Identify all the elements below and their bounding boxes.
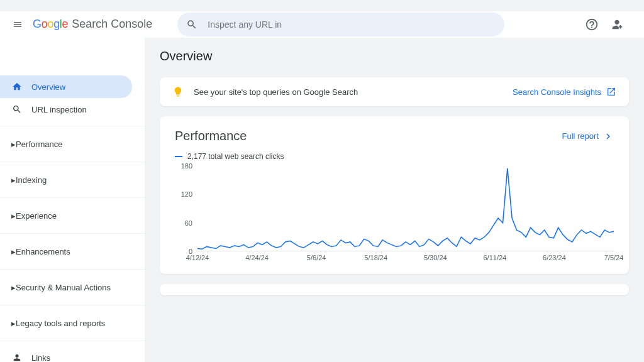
chart-legend: 2,177 total web search clicks [175,152,614,161]
x-tick: 5/6/24 [307,254,326,261]
x-tick: 5/18/24 [364,254,387,261]
sidebar-group-security[interactable]: ▸Security & Manual Actions [0,275,145,300]
chevron-right-icon: ▸ [11,211,16,221]
people-icon[interactable] [610,18,624,31]
legend-label: 2,177 total web search clicks [187,152,284,161]
sidebar-group-indexing[interactable]: ▸Indexing [0,167,145,192]
x-tick: 6/23/24 [543,254,566,261]
sidebar-item-url-inspection[interactable]: URL inspection [0,98,132,121]
chevron-right-icon: ▸ [11,140,16,149]
full-report-link[interactable]: Full report [562,131,614,142]
sidebar-group-label: Performance [16,140,62,149]
product-name: Search Console [72,18,152,31]
url-inspect-input[interactable] [208,19,496,30]
home-icon [11,81,23,92]
search-icon [11,104,23,115]
open-in-new-icon [606,87,616,97]
next-card-peek [160,284,629,295]
sidebar-item-label: Overview [31,82,65,92]
links-icon [11,352,23,362]
sidebar-item-label: Links [31,353,50,363]
x-tick: 6/11/24 [483,254,506,261]
sidebar-group-enhancements[interactable]: ▸Enhancements [0,239,145,264]
sidebar-item-label: URL inspection [31,105,87,114]
sidebar-group-label: Legacy tools and reports [16,319,105,328]
sidebar-group-label: Security & Manual Actions [16,283,111,292]
chevron-right-icon: ▸ [11,319,16,328]
sidebar-group-legacy[interactable]: ▸Legacy tools and reports [0,310,145,336]
sidebar-group-label: Indexing [16,175,47,185]
search-container [177,13,585,36]
chevron-right-icon [602,131,614,142]
sidebar-item-links[interactable]: Links [0,346,132,362]
sidebar-group-performance[interactable]: ▸Performance [0,131,145,156]
sidebar-group-label: Enhancements [16,247,70,256]
sidebar: Overview URL inspection ▸Performance ▸In… [0,38,145,362]
legend-swatch [175,156,182,157]
search-icon [186,19,197,30]
chart-area: 060120180 4/12/244/24/245/6/245/18/245/3… [177,166,614,266]
insights-link[interactable]: Search Console Insights [513,87,616,97]
x-tick: 4/12/24 [186,254,209,261]
chevron-right-icon: ▸ [11,247,16,256]
performance-header: Performance Full report [175,129,614,143]
help-icon[interactable] [585,18,599,31]
menu-icon[interactable] [10,17,25,32]
y-tick: 180 [181,162,192,170]
insights-card: See your site's top queries on Google Se… [160,77,629,106]
top-icons [585,18,624,31]
x-tick: 5/30/24 [424,254,447,261]
sidebar-group-experience[interactable]: ▸Experience [0,203,145,228]
x-tick: 4/24/24 [245,254,269,261]
page-title: Overview [160,49,629,63]
google-logo-text: Google [33,18,68,31]
sidebar-group-label: Experience [16,211,57,221]
chevron-right-icon: ▸ [11,283,16,292]
topbar: Google Search Console [0,11,644,38]
body: Overview URL inspection ▸Performance ▸In… [0,38,644,362]
y-tick: 60 [185,219,192,227]
insights-text: See your site's top queries on Google Se… [194,87,513,97]
x-axis: 4/12/244/24/245/6/245/18/245/30/246/11/2… [197,254,614,266]
insights-link-label: Search Console Insights [513,87,601,97]
y-axis: 060120180 [177,166,195,251]
sidebar-item-overview[interactable]: Overview [0,75,132,98]
chevron-right-icon: ▸ [11,175,16,185]
performance-card: Performance Full report 2,177 total web … [160,116,629,274]
lightbulb-icon [172,86,184,97]
full-report-label: Full report [562,131,599,141]
y-tick: 120 [181,190,192,198]
chart-plot [197,166,614,251]
performance-title: Performance [175,129,247,143]
x-tick: 7/5/24 [604,254,624,261]
logo[interactable]: Google Search Console [33,18,152,31]
search-pill[interactable] [177,13,504,36]
main: Overview See your site's top queries on … [145,38,644,362]
